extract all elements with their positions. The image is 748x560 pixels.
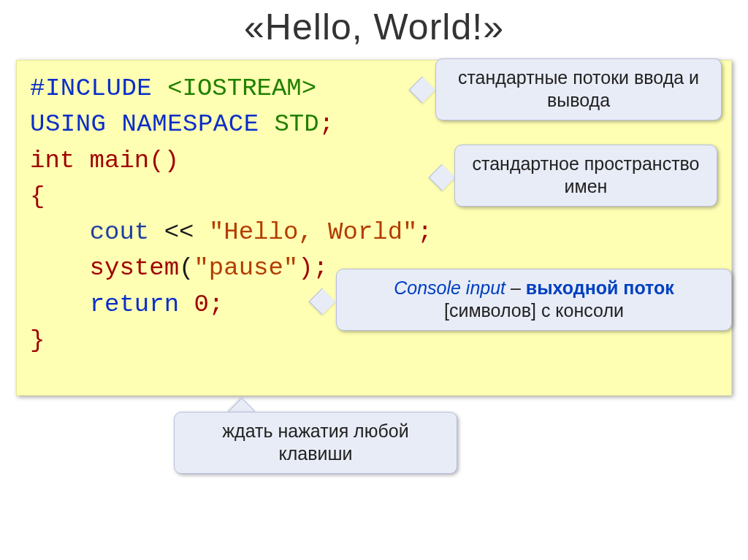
- callout-streams: стандартные потоки ввода и вывода: [435, 58, 722, 120]
- using-namespace: using namespace: [30, 110, 274, 138]
- stream-op: <<: [149, 218, 209, 246]
- indent: [30, 218, 90, 246]
- slide-title: «Hello, World!»: [0, 6, 748, 48]
- std-token: STD: [274, 110, 318, 138]
- pause-string: "pause": [194, 254, 298, 282]
- iostream-header: <IOSTREAM>: [167, 74, 316, 102]
- code-line-5: cout << "Hello, World";: [30, 215, 718, 250]
- callout-namespace: стандартное пространство имен: [454, 145, 717, 207]
- return-keyword: return: [90, 291, 179, 318]
- callout-pause: ждать нажатия любой клавиши: [174, 412, 457, 474]
- string-literal: "Hello, World": [209, 218, 418, 246]
- callout-em: Console input: [394, 277, 505, 298]
- callout-bold: выходной поток: [526, 277, 674, 298]
- open-paren: (: [179, 254, 194, 282]
- system-call: system: [30, 254, 179, 282]
- indent: [30, 291, 90, 318]
- callout-text: [символов] с консоли: [444, 300, 624, 321]
- cout-token: cout: [90, 218, 150, 246]
- semicolon: ;: [418, 218, 432, 246]
- return-value: 0;: [179, 291, 224, 318]
- include-directive: #include: [30, 74, 167, 102]
- callout-text: –: [505, 277, 526, 298]
- semicolon: ;: [319, 110, 334, 138]
- callout-cout: Console input – выходной поток [символов…: [336, 269, 732, 331]
- close-paren: );: [298, 254, 328, 282]
